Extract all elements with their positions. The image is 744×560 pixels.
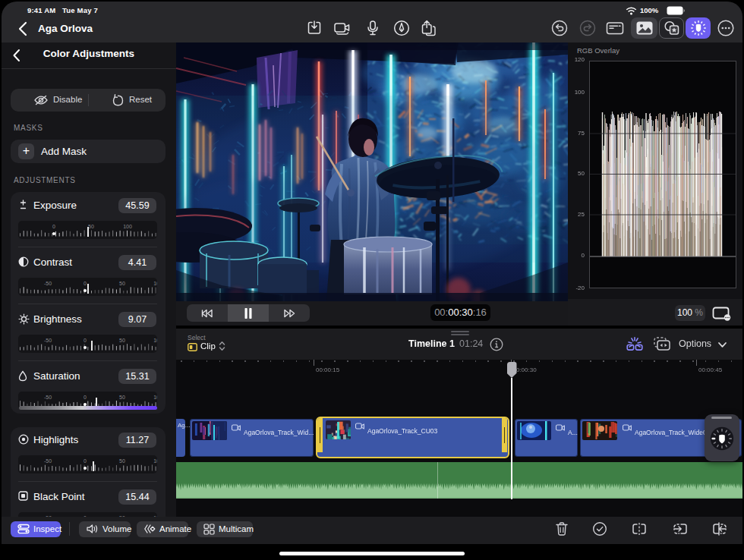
svg-text:100: 100 [153, 338, 157, 343]
svg-text:-50: -50 [44, 338, 52, 343]
svg-text:100: 100 [153, 458, 157, 464]
svg-text:-50: -50 [44, 281, 52, 286]
svg-text:100: 100 [153, 395, 157, 400]
svg-text:50: 50 [119, 281, 125, 286]
svg-text:0: 0 [52, 224, 55, 229]
svg-text:50: 50 [119, 458, 125, 464]
svg-text:0: 0 [84, 338, 87, 343]
svg-text:50: 50 [88, 224, 94, 229]
svg-text:100: 100 [153, 281, 157, 286]
svg-text:50: 50 [119, 338, 125, 343]
svg-text:0: 0 [84, 458, 87, 464]
svg-text:0: 0 [84, 395, 87, 400]
svg-text:-50: -50 [44, 395, 52, 400]
svg-text:-50: -50 [44, 458, 52, 464]
svg-text:50: 50 [119, 395, 125, 400]
svg-text:100: 100 [123, 224, 132, 229]
svg-text:0: 0 [84, 281, 87, 286]
